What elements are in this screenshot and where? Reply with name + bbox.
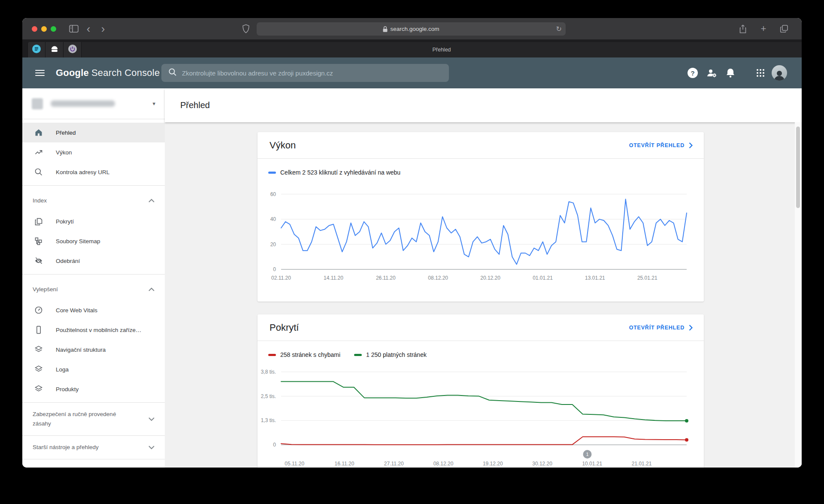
lock-icon — [383, 26, 388, 32]
sitemap-icon — [34, 237, 43, 245]
forward-button[interactable]: › — [96, 22, 110, 35]
search-icon — [34, 168, 43, 176]
card-vykon-header: Výkon OTEVŘÍT PŘEHLED — [258, 132, 704, 159]
pinned-tab-1-list-favicon — [32, 45, 41, 55]
sidebar-section-index: Index Pokrytí — [22, 186, 165, 275]
main-body: Výkon OTEVŘÍT PŘEHLED Celkem 2 523 klikn… — [165, 122, 802, 468]
user-gear-icon — [706, 68, 717, 78]
page: ‹ › search.google.com ↻ — [0, 0, 824, 504]
google-apps-button[interactable] — [751, 63, 770, 82]
sidebar-toggle-icon[interactable] — [67, 22, 81, 35]
scrollbar-thumb[interactable] — [796, 127, 800, 208]
vykon-line-chart: 020406002.11.2014.11.2026.11.2008.12.202… — [258, 181, 704, 287]
url-inspection-search[interactable] — [161, 64, 449, 82]
page-title: Přehled — [180, 100, 210, 110]
search-input[interactable] — [182, 69, 442, 77]
share-button[interactable] — [736, 22, 750, 35]
account-avatar[interactable] — [770, 63, 789, 82]
chevron-down-icon — [148, 416, 154, 423]
active-tab-title: Přehled — [432, 47, 451, 53]
avatar — [772, 65, 787, 81]
card-vykon-legend: Celkem 2 523 kliknutí z vyhledávání na w… — [258, 159, 704, 176]
user-settings-button[interactable] — [702, 63, 721, 82]
active-tab[interactable]: Přehled — [82, 42, 802, 57]
svg-text:10.01.21: 10.01.21 — [582, 461, 602, 467]
sidebar-section-zabezpeceni[interactable]: Zabezpečení a ručně provedené zásahy — [22, 403, 165, 436]
svg-text:60: 60 — [270, 191, 276, 197]
sidebar-item-navigacni-struktura[interactable]: Navigační struktura — [22, 340, 165, 359]
svg-text:01.01.21: 01.01.21 — [533, 275, 553, 281]
eye-off-icon — [34, 257, 43, 265]
section-header-index[interactable]: Index — [22, 189, 165, 211]
legend-dash — [268, 172, 276, 174]
sidebar-item-vykon[interactable]: Výkon — [22, 142, 165, 162]
app-header: GoogleSearch Console ? — [22, 57, 802, 88]
tab-strip: Přehled — [22, 39, 802, 57]
new-tab-button[interactable]: + — [756, 22, 771, 35]
card-vykon: Výkon OTEVŘÍT PŘEHLED Celkem 2 523 klikn… — [258, 132, 704, 302]
svg-text:21.01.21: 21.01.21 — [632, 461, 652, 467]
app-logo[interactable]: GoogleSearch Console — [56, 67, 160, 78]
home-icon — [34, 128, 43, 137]
property-selector[interactable]: ▾ — [22, 88, 165, 119]
card-pokryti: Pokrytí OTEVŘÍT PŘEHLED 258 stránek s ch… — [258, 314, 704, 468]
reload-icon[interactable]: ↻ — [556, 25, 562, 33]
svg-text:20: 20 — [270, 241, 276, 247]
search-icon — [168, 68, 177, 78]
sidebar-item-produkty[interactable]: Produkty — [22, 379, 165, 399]
close-window-button[interactable] — [32, 26, 37, 32]
layers-icon — [34, 365, 43, 374]
svg-text:1,3 tis.: 1,3 tis. — [261, 417, 276, 423]
sidebar-item-soubory-sitemap[interactable]: Soubory Sitemap — [22, 231, 165, 251]
sidebar-item-odebrani[interactable]: Odebrání — [22, 251, 165, 271]
sidebar-item-loga[interactable]: Loga — [22, 359, 165, 379]
card-title: Pokrytí — [270, 322, 299, 333]
plus-icon: + — [761, 23, 766, 34]
browser-window: ‹ › search.google.com ↻ — [22, 18, 802, 468]
open-report-link-pokryti[interactable]: OTEVŘÍT PŘEHLED — [629, 325, 693, 331]
tab-overview-button[interactable] — [777, 22, 791, 35]
sidebar-section-vylepseni: Vylepšení Core Web Vitals — [22, 275, 165, 403]
browser-titlebar: ‹ › search.google.com ↻ — [22, 18, 802, 39]
fullscreen-window-button[interactable] — [51, 26, 56, 32]
svg-text:1: 1 — [586, 452, 588, 457]
card-title: Výkon — [270, 140, 296, 151]
svg-text:05.11.20: 05.11.20 — [285, 461, 304, 467]
layers-icon — [34, 385, 43, 393]
sidebar-item-kontrola-url[interactable]: Kontrola adresy URL — [22, 162, 165, 182]
svg-text:3,8 tis.: 3,8 tis. — [261, 369, 276, 375]
pokryti-line-chart: 01,3 tis.2,5 tis.3,8 tis.05.11.2016.11.2… — [258, 363, 704, 468]
address-bar[interactable]: search.google.com ↻ — [257, 22, 566, 36]
minimize-window-button[interactable] — [41, 26, 47, 32]
help-button[interactable]: ? — [683, 63, 702, 82]
svg-text:25.01.21: 25.01.21 — [637, 275, 657, 281]
sidebar-item-core-web-vitals[interactable]: Core Web Vitals — [22, 300, 165, 320]
sidebar-item-mobile-usability[interactable]: Použitelnost v mobilních zaříze… — [22, 320, 165, 340]
property-redacted-avatar — [32, 98, 43, 109]
notifications-button[interactable] — [721, 63, 740, 82]
titlebar-right-controls: + — [736, 22, 791, 35]
legend-dash — [268, 354, 276, 356]
sidebar-section-starsi-nastroje[interactable]: Starší nástroje a přehledy — [22, 436, 165, 459]
pinned-tab-1[interactable] — [27, 42, 45, 57]
pinned-tab-3[interactable] — [64, 42, 82, 57]
section-header-vylepseni[interactable]: Vylepšení — [22, 278, 165, 300]
open-report-link-vykon[interactable]: OTEVŘÍT PŘEHLED — [629, 142, 693, 148]
url-text: search.google.com — [390, 26, 439, 32]
header-actions: ? — [683, 63, 789, 82]
pinned-tab-2[interactable] — [45, 42, 64, 57]
legend-item-clicks: Celkem 2 523 kliknutí z vyhledávání na w… — [268, 169, 400, 176]
legend-item-errors: 258 stránek s chybami — [268, 351, 340, 358]
chevron-up-icon — [148, 286, 154, 293]
sidebar-item-prehled[interactable]: Přehled — [22, 123, 165, 142]
pages-copy-icon — [34, 217, 43, 226]
sidebar-item-pokryti[interactable]: Pokrytí — [22, 211, 165, 231]
svg-text:19.12.20: 19.12.20 — [483, 461, 503, 467]
back-button[interactable]: ‹ — [81, 22, 96, 35]
chevron-down-icon — [148, 444, 154, 451]
svg-text:40: 40 — [270, 216, 276, 222]
svg-text:26.11.20: 26.11.20 — [376, 275, 396, 281]
property-redacted-name — [51, 100, 115, 107]
scrollbar[interactable] — [795, 122, 802, 468]
hamburger-menu-icon[interactable] — [35, 70, 45, 76]
